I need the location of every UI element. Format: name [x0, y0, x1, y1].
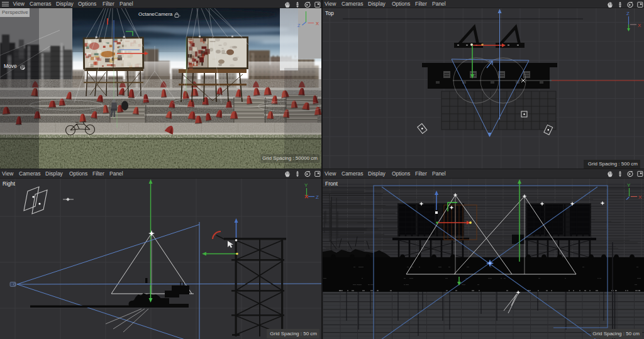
- svg-text:Z: Z: [316, 194, 319, 200]
- svg-text:X: X: [638, 194, 642, 200]
- svg-text:Y: Y: [627, 182, 631, 188]
- svg-text:X: X: [638, 23, 641, 28]
- svg-text:X: X: [316, 21, 319, 26]
- svg-text:Y: Y: [304, 182, 308, 188]
- svg-text:Z: Z: [626, 11, 630, 16]
- svg-text:Z: Z: [297, 23, 301, 28]
